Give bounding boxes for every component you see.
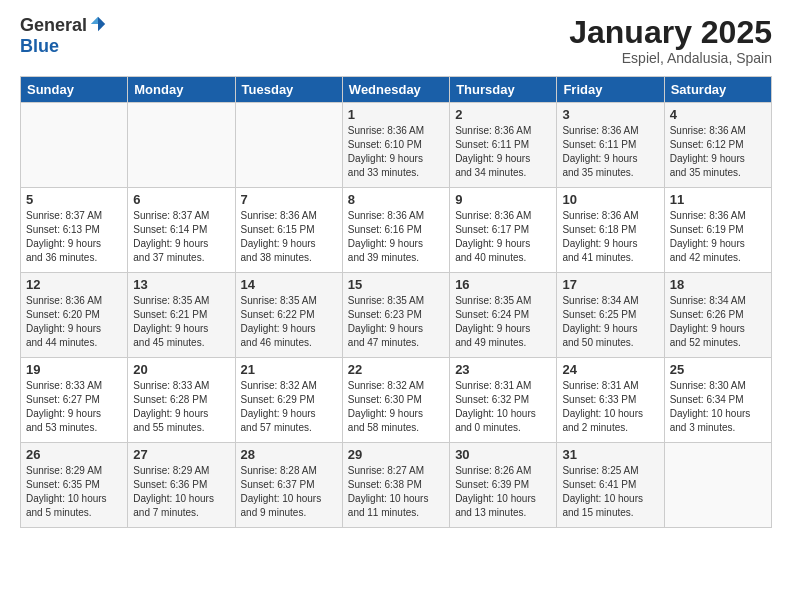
day-number: 9: [455, 192, 551, 207]
day-number: 19: [26, 362, 122, 377]
day-number: 12: [26, 277, 122, 292]
calendar-cell: 19Sunrise: 8:33 AM Sunset: 6:27 PM Dayli…: [21, 358, 128, 443]
logo: General Blue: [20, 15, 107, 57]
week-row-2: 5Sunrise: 8:37 AM Sunset: 6:13 PM Daylig…: [21, 188, 772, 273]
svg-marker-1: [91, 16, 98, 23]
day-number: 26: [26, 447, 122, 462]
calendar-cell: 7Sunrise: 8:36 AM Sunset: 6:15 PM Daylig…: [235, 188, 342, 273]
week-row-3: 12Sunrise: 8:36 AM Sunset: 6:20 PM Dayli…: [21, 273, 772, 358]
calendar-cell: 21Sunrise: 8:32 AM Sunset: 6:29 PM Dayli…: [235, 358, 342, 443]
location: Espiel, Andalusia, Spain: [569, 50, 772, 66]
day-info: Sunrise: 8:29 AM Sunset: 6:35 PM Dayligh…: [26, 464, 122, 520]
logo-blue-text: Blue: [20, 36, 59, 57]
day-info: Sunrise: 8:36 AM Sunset: 6:15 PM Dayligh…: [241, 209, 337, 265]
day-number: 8: [348, 192, 444, 207]
day-info: Sunrise: 8:36 AM Sunset: 6:18 PM Dayligh…: [562, 209, 658, 265]
calendar-cell: 2Sunrise: 8:36 AM Sunset: 6:11 PM Daylig…: [450, 103, 557, 188]
day-info: Sunrise: 8:36 AM Sunset: 6:16 PM Dayligh…: [348, 209, 444, 265]
calendar-cell: 16Sunrise: 8:35 AM Sunset: 6:24 PM Dayli…: [450, 273, 557, 358]
day-number: 25: [670, 362, 766, 377]
logo-general-text: General: [20, 15, 87, 36]
day-number: 31: [562, 447, 658, 462]
day-number: 23: [455, 362, 551, 377]
page: General Blue January 2025 Espiel, Andalu…: [0, 0, 792, 612]
calendar-cell: 30Sunrise: 8:26 AM Sunset: 6:39 PM Dayli…: [450, 443, 557, 528]
calendar-cell: 28Sunrise: 8:28 AM Sunset: 6:37 PM Dayli…: [235, 443, 342, 528]
calendar: Sunday Monday Tuesday Wednesday Thursday…: [20, 76, 772, 528]
week-row-4: 19Sunrise: 8:33 AM Sunset: 6:27 PM Dayli…: [21, 358, 772, 443]
day-info: Sunrise: 8:29 AM Sunset: 6:36 PM Dayligh…: [133, 464, 229, 520]
day-number: 17: [562, 277, 658, 292]
day-number: 5: [26, 192, 122, 207]
calendar-cell: 13Sunrise: 8:35 AM Sunset: 6:21 PM Dayli…: [128, 273, 235, 358]
calendar-cell: 4Sunrise: 8:36 AM Sunset: 6:12 PM Daylig…: [664, 103, 771, 188]
day-info: Sunrise: 8:35 AM Sunset: 6:22 PM Dayligh…: [241, 294, 337, 350]
header-tuesday: Tuesday: [235, 77, 342, 103]
day-number: 2: [455, 107, 551, 122]
calendar-cell: 6Sunrise: 8:37 AM Sunset: 6:14 PM Daylig…: [128, 188, 235, 273]
calendar-cell: [128, 103, 235, 188]
day-info: Sunrise: 8:36 AM Sunset: 6:10 PM Dayligh…: [348, 124, 444, 180]
day-info: Sunrise: 8:36 AM Sunset: 6:17 PM Dayligh…: [455, 209, 551, 265]
title-section: January 2025 Espiel, Andalusia, Spain: [569, 15, 772, 66]
day-info: Sunrise: 8:28 AM Sunset: 6:37 PM Dayligh…: [241, 464, 337, 520]
day-number: 4: [670, 107, 766, 122]
calendar-cell: [235, 103, 342, 188]
day-info: Sunrise: 8:36 AM Sunset: 6:19 PM Dayligh…: [670, 209, 766, 265]
calendar-cell: 29Sunrise: 8:27 AM Sunset: 6:38 PM Dayli…: [342, 443, 449, 528]
header-friday: Friday: [557, 77, 664, 103]
day-number: 21: [241, 362, 337, 377]
calendar-cell: 8Sunrise: 8:36 AM Sunset: 6:16 PM Daylig…: [342, 188, 449, 273]
day-info: Sunrise: 8:32 AM Sunset: 6:30 PM Dayligh…: [348, 379, 444, 435]
days-header-row: Sunday Monday Tuesday Wednesday Thursday…: [21, 77, 772, 103]
day-info: Sunrise: 8:33 AM Sunset: 6:28 PM Dayligh…: [133, 379, 229, 435]
svg-marker-0: [98, 16, 105, 30]
day-number: 6: [133, 192, 229, 207]
calendar-cell: [664, 443, 771, 528]
calendar-cell: 15Sunrise: 8:35 AM Sunset: 6:23 PM Dayli…: [342, 273, 449, 358]
header: General Blue January 2025 Espiel, Andalu…: [20, 15, 772, 66]
day-number: 28: [241, 447, 337, 462]
header-wednesday: Wednesday: [342, 77, 449, 103]
day-number: 13: [133, 277, 229, 292]
day-info: Sunrise: 8:35 AM Sunset: 6:23 PM Dayligh…: [348, 294, 444, 350]
day-number: 1: [348, 107, 444, 122]
day-info: Sunrise: 8:37 AM Sunset: 6:14 PM Dayligh…: [133, 209, 229, 265]
header-sunday: Sunday: [21, 77, 128, 103]
week-row-1: 1Sunrise: 8:36 AM Sunset: 6:10 PM Daylig…: [21, 103, 772, 188]
calendar-cell: 3Sunrise: 8:36 AM Sunset: 6:11 PM Daylig…: [557, 103, 664, 188]
month-title: January 2025: [569, 15, 772, 50]
day-number: 16: [455, 277, 551, 292]
calendar-cell: 23Sunrise: 8:31 AM Sunset: 6:32 PM Dayli…: [450, 358, 557, 443]
day-info: Sunrise: 8:34 AM Sunset: 6:26 PM Dayligh…: [670, 294, 766, 350]
day-info: Sunrise: 8:31 AM Sunset: 6:33 PM Dayligh…: [562, 379, 658, 435]
calendar-cell: 18Sunrise: 8:34 AM Sunset: 6:26 PM Dayli…: [664, 273, 771, 358]
day-number: 20: [133, 362, 229, 377]
day-number: 22: [348, 362, 444, 377]
day-number: 7: [241, 192, 337, 207]
calendar-cell: 22Sunrise: 8:32 AM Sunset: 6:30 PM Dayli…: [342, 358, 449, 443]
calendar-cell: 14Sunrise: 8:35 AM Sunset: 6:22 PM Dayli…: [235, 273, 342, 358]
calendar-cell: 27Sunrise: 8:29 AM Sunset: 6:36 PM Dayli…: [128, 443, 235, 528]
day-info: Sunrise: 8:36 AM Sunset: 6:11 PM Dayligh…: [455, 124, 551, 180]
calendar-cell: 1Sunrise: 8:36 AM Sunset: 6:10 PM Daylig…: [342, 103, 449, 188]
day-info: Sunrise: 8:26 AM Sunset: 6:39 PM Dayligh…: [455, 464, 551, 520]
calendar-cell: 10Sunrise: 8:36 AM Sunset: 6:18 PM Dayli…: [557, 188, 664, 273]
day-info: Sunrise: 8:32 AM Sunset: 6:29 PM Dayligh…: [241, 379, 337, 435]
day-info: Sunrise: 8:27 AM Sunset: 6:38 PM Dayligh…: [348, 464, 444, 520]
day-info: Sunrise: 8:36 AM Sunset: 6:12 PM Dayligh…: [670, 124, 766, 180]
calendar-cell: 9Sunrise: 8:36 AM Sunset: 6:17 PM Daylig…: [450, 188, 557, 273]
logo-icon: [89, 15, 107, 33]
day-info: Sunrise: 8:36 AM Sunset: 6:11 PM Dayligh…: [562, 124, 658, 180]
day-number: 15: [348, 277, 444, 292]
calendar-cell: 24Sunrise: 8:31 AM Sunset: 6:33 PM Dayli…: [557, 358, 664, 443]
header-saturday: Saturday: [664, 77, 771, 103]
calendar-cell: 17Sunrise: 8:34 AM Sunset: 6:25 PM Dayli…: [557, 273, 664, 358]
day-info: Sunrise: 8:30 AM Sunset: 6:34 PM Dayligh…: [670, 379, 766, 435]
day-info: Sunrise: 8:33 AM Sunset: 6:27 PM Dayligh…: [26, 379, 122, 435]
day-number: 18: [670, 277, 766, 292]
day-info: Sunrise: 8:35 AM Sunset: 6:24 PM Dayligh…: [455, 294, 551, 350]
calendar-cell: [21, 103, 128, 188]
day-number: 3: [562, 107, 658, 122]
day-info: Sunrise: 8:35 AM Sunset: 6:21 PM Dayligh…: [133, 294, 229, 350]
